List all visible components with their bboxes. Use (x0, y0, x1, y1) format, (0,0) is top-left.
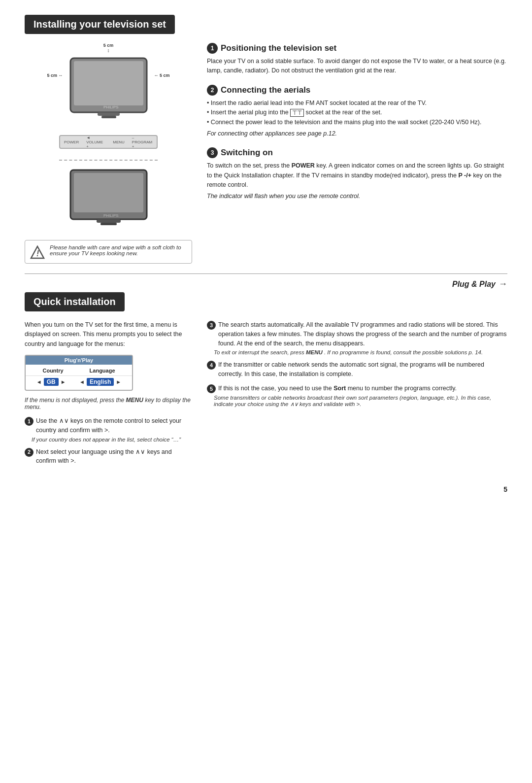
plug-play-arrow-icon: → (499, 279, 507, 289)
qi-step1-text: Use the ∧∨ keys on the remote control to… (36, 416, 192, 435)
svg-rect-1 (74, 61, 143, 105)
dim-top-arrow: ↕ (107, 48, 110, 53)
qi-step4-num: 4 (207, 361, 216, 370)
tv-bottom-unit: PHILIPS (63, 168, 154, 233)
quick-install-section: Quick installation When you turn on the … (25, 292, 507, 471)
connecting-bullet2: Insert the aerial plug into the ⊤⊤ socke… (207, 108, 507, 117)
positioning-block: 1 Positioning the television set Place y… (207, 43, 507, 76)
quick-install-content: When you turn on the TV set for the firs… (25, 320, 507, 471)
plug-play-label: Plug & Play (452, 280, 496, 289)
qi-step1-header: 1 Use the ∧∨ keys on the remote control … (25, 416, 192, 435)
installing-section: Installing your television set 5 cm ↕ 5 … (25, 15, 507, 264)
menu-header-row: Country Language (26, 365, 132, 376)
svg-rect-6 (74, 173, 143, 212)
dim-right-label: ↔ 5 cm (154, 73, 169, 78)
plug-play-area: Plug & Play → (25, 279, 507, 289)
switching-num: 3 (207, 147, 218, 158)
switching-block: 3 Switching on To switch on the set, pre… (207, 147, 507, 202)
switching-body: To switch on the set, press the POWER ke… (207, 161, 507, 190)
menu-language-value: ◄ English ► (79, 378, 121, 386)
dashed-separator (59, 160, 158, 161)
page-number: 5 (25, 485, 507, 493)
svg-rect-3 (98, 112, 120, 116)
positioning-num: 1 (207, 43, 218, 54)
menu-right-arrow-1: ► (61, 379, 66, 385)
qi-step4: 4 If the transmitter or cable network se… (207, 360, 507, 379)
menu-right-arrow-2: ► (116, 379, 121, 385)
qi-step3-header: 3 The search starts automatically. All t… (207, 320, 507, 348)
qi-right: 3 The search starts automatically. All t… (207, 320, 507, 471)
switching-heading: 3 Switching on (207, 147, 507, 158)
warning-text: Please handle with care and wipe with a … (50, 244, 187, 256)
connecting-heading: 2 Connecting the aerials (207, 85, 507, 96)
switching-italic: The indicator will flash when you use th… (207, 192, 507, 201)
qi-left: When you turn on the TV set for the firs… (25, 320, 192, 471)
connecting-bullet1: Insert the radio aerial lead into the FM… (207, 99, 507, 108)
qi-step3-num: 3 (207, 321, 216, 330)
positioning-heading: 1 Positioning the television set (207, 43, 507, 54)
menu-key-bold: MENU (126, 397, 143, 404)
right-column: 1 Positioning the television set Place y… (207, 43, 507, 264)
menu-col2: Language (90, 368, 115, 374)
section-divider (25, 273, 507, 274)
qi-step4-header: 4 If the transmitter or cable network se… (207, 360, 507, 379)
svg-rect-9 (100, 223, 117, 225)
p-plus-minus-bold: P -/+ (458, 172, 471, 179)
menu-bold-step3: MENU (306, 349, 323, 355)
antenna-symbol: ⊤⊤ (290, 109, 304, 117)
qi-step2-num: 2 (25, 448, 33, 457)
tv-top-relative: 5 cm ↔ PHILIPS (63, 53, 154, 126)
qi-step3: 3 The search starts automatically. All t… (207, 320, 507, 355)
qi-step5-header: 5 If this is not the case, you need to u… (207, 384, 507, 393)
qi-step1: 1 Use the ∧∨ keys on the remote control … (25, 416, 192, 443)
menu-left-arrow-2: ◄ (79, 379, 85, 385)
qi-step4-text: If the transmitter or cable network send… (218, 360, 507, 379)
dim-top-label: 5 cm (103, 43, 114, 48)
qi-step1-italic: If your country does not appear in the l… (32, 437, 192, 443)
connecting-block: 2 Connecting the aerials Insert the radi… (207, 85, 507, 139)
menu-value-row: ◄ GB ► ◄ English ► (26, 376, 132, 390)
qi-step2-header: 2 Next select your language using the ∧∨… (25, 447, 192, 466)
menu-country-val: GB (44, 378, 59, 386)
tv-top-svg: PHILIPS (63, 53, 154, 125)
positioning-body: Place your TV on a solid stable surface.… (207, 57, 507, 76)
menu-mockup: Plug'n'Play Country Language ◄ GB ► ◄ En… (25, 355, 133, 391)
remote-control-bar: POWER ◄ VOLUME + MENU – PROGRAM + (59, 135, 158, 149)
tv-bottom-svg: PHILIPS (63, 168, 154, 232)
qi-step3-italic: To exit or interrupt the search, press M… (214, 349, 507, 355)
dim-left-label: 5 cm ↔ (47, 73, 63, 78)
menu-language-val: English (87, 378, 114, 386)
sort-bold: Sort (333, 385, 346, 392)
qi-step5-text: If this is not the case, you need to use… (218, 384, 457, 393)
qi-intro: When you turn on the TV set for the firs… (25, 320, 192, 349)
tv-top-unit: 5 cm ↕ 5 cm ↔ (63, 43, 154, 126)
power-bold: POWER (292, 162, 315, 169)
warning-icon: ! (30, 245, 45, 259)
qi-step3-text: The search starts automatically. All the… (218, 320, 507, 348)
connecting-italic: For connecting other appliances see page… (207, 129, 507, 138)
menu-title: Plug'n'Play (26, 356, 132, 365)
qi-step5: 5 If this is not the case, you need to u… (207, 384, 507, 408)
menu-left-arrow-1: ◄ (36, 379, 42, 385)
connecting-bullet3: Connect the power lead to the television… (207, 118, 507, 127)
svg-rect-8 (97, 219, 121, 223)
menu-col1: Country (42, 368, 63, 374)
svg-text:!: ! (36, 249, 39, 258)
svg-text:PHILIPS: PHILIPS (103, 213, 119, 218)
svg-text:PHILIPS: PHILIPS (103, 105, 119, 109)
left-column: 5 cm ↕ 5 cm ↔ (25, 43, 192, 264)
tv-illustrations: 5 cm ↕ 5 cm ↔ (25, 43, 192, 233)
connecting-num: 2 (207, 85, 218, 96)
menu-country-value: ◄ GB ► (36, 378, 66, 386)
qi-step5-num: 5 (207, 384, 216, 393)
quick-install-header: Quick installation (25, 292, 125, 311)
qi-step1-num: 1 (25, 417, 33, 426)
qi-step2: 2 Next select your language using the ∧∨… (25, 447, 192, 466)
warning-box: ! Please handle with care and wipe with … (25, 240, 192, 264)
connecting-list: Insert the radio aerial lead into the FM… (207, 99, 507, 127)
svg-rect-4 (101, 116, 116, 118)
qi-step5-italic: Some transmitters or cable networks broa… (214, 395, 507, 408)
installing-header: Installing your television set (25, 15, 175, 34)
menu-note: If the menu is not displayed, press the … (25, 397, 192, 410)
qi-step2-text: Next select your language using the ∧∨ k… (36, 447, 192, 466)
